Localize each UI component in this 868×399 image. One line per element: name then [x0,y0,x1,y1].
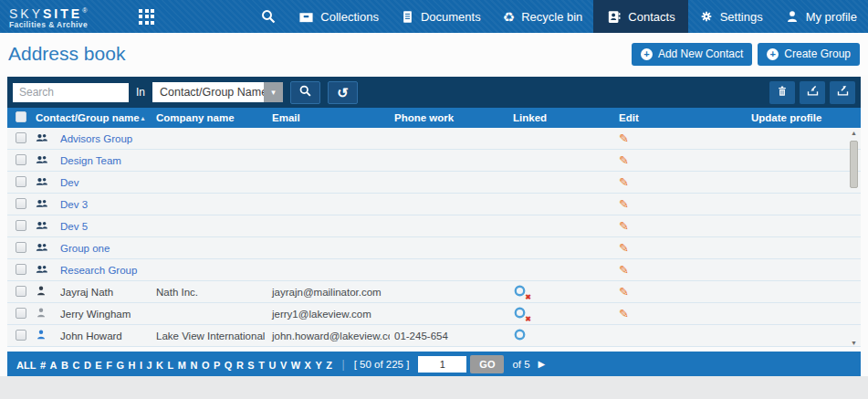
nav-search-button[interactable] [249,0,288,33]
edit-icon[interactable]: ✎ [619,264,629,276]
column-header-company-name[interactable]: Company name [152,112,267,123]
column-header-linked[interactable]: Linked [508,112,614,123]
linked-icon[interactable]: ✖ [513,284,528,299]
contact-name[interactable]: Jayraj Nath [51,287,152,298]
search-submit-button[interactable] [290,81,320,104]
nav-item-documents[interactable]: Documents [390,0,492,33]
alpha-filter-i[interactable]: I [140,360,142,371]
alpha-filter-g[interactable]: G [116,360,124,371]
nav-item-settings[interactable]: Settings [688,0,774,33]
row-checkbox[interactable] [16,330,26,341]
sort-asc-icon[interactable]: ▲ [140,115,146,121]
alpha-filter-f[interactable]: F [106,360,112,371]
alpha-filter-z[interactable]: Z [326,360,332,371]
column-header-phone-work[interactable]: Phone work [390,112,508,123]
alpha-filter-e[interactable]: E [95,360,101,371]
alpha-filter-#[interactable]: # [40,360,46,371]
linked-icon[interactable]: ✖ [513,306,528,320]
next-page-icon[interactable]: ▶ [539,359,546,369]
dropdown-caret-icon[interactable]: ▾ [264,82,283,102]
go-button[interactable]: GO [470,355,504,373]
contact-name[interactable]: Group one [51,243,152,254]
import-contacts-button[interactable] [800,81,825,104]
scroll-up-icon[interactable]: ▲ [848,130,860,136]
contact-name[interactable]: Dev [51,177,152,188]
edit-icon[interactable]: ✎ [619,286,629,298]
row-checkbox[interactable] [16,242,26,253]
row-checkbox[interactable] [16,154,26,165]
search-icon [260,8,277,25]
search-scope-select[interactable]: Contact/Group Name ▾ [152,82,283,102]
alpha-filter-o[interactable]: O [202,360,210,371]
alpha-filter-m[interactable]: M [178,360,186,371]
alpha-filter-r[interactable]: R [236,360,244,371]
edit-icon[interactable]: ✎ [619,198,629,210]
email: john.howard@lakeview.com [267,331,390,341]
row-checkbox[interactable] [16,286,26,297]
linked-icon[interactable] [513,328,528,342]
edit-icon[interactable]: ✎ [619,176,629,188]
button-label: Add New Contact [658,47,743,60]
alpha-filter-v[interactable]: V [280,360,287,371]
row-checkbox[interactable] [16,220,26,231]
column-header-contact-group-name[interactable]: Contact/Group name ▲ [31,112,152,123]
contact-name[interactable]: Dev 5 [51,221,152,232]
column-header-edit[interactable]: Edit [614,112,747,123]
plus-circle-icon: + [767,48,779,60]
edit-icon[interactable]: ✎ [619,132,629,144]
contact-name[interactable]: Research Group [51,265,152,276]
select-all-checkbox[interactable] [16,111,26,122]
row-checkbox[interactable] [16,176,26,187]
alpha-filter-x[interactable]: X [305,360,311,371]
alpha-filter-w[interactable]: W [291,360,300,371]
alpha-filter-l[interactable]: L [168,360,174,371]
alpha-filter-a[interactable]: A [50,360,58,371]
email: jayrajn@mailinator.com [267,287,390,298]
row-checkbox[interactable] [16,308,26,319]
vertical-scrollbar[interactable]: ▲ ▼ [848,130,860,346]
scrollbar-thumb[interactable] [850,141,858,188]
row-checkbox[interactable] [16,198,26,209]
alpha-filter-b[interactable]: B [61,360,68,371]
page-number-input[interactable] [418,356,466,373]
export-contacts-button[interactable] [830,81,855,104]
add-new-contact-button[interactable]: + Add New Contact [632,43,752,66]
edit-icon[interactable]: ✎ [619,154,629,166]
contact-name[interactable]: Design Team [51,155,152,166]
alpha-filter-c[interactable]: C [72,360,79,371]
nav-item-my-profile[interactable]: My profile [774,0,868,33]
delete-button[interactable] [769,81,795,104]
column-header-update-profile[interactable]: Update profile [747,112,861,123]
row-checkbox[interactable] [16,264,26,275]
edit-icon[interactable]: ✎ [619,308,629,320]
column-header-email[interactable]: Email [267,112,390,123]
alpha-filter-all[interactable]: ALL [16,360,36,371]
create-group-button[interactable]: + Create Group [758,43,860,66]
contact-name[interactable]: Advisors Group [51,133,152,144]
contact-name[interactable]: John Howard [51,331,152,341]
search-reset-button[interactable]: ↺ [328,81,358,104]
scroll-down-icon[interactable]: ▼ [848,340,860,346]
alpha-filter-j[interactable]: J [146,360,152,371]
alpha-filter-q[interactable]: Q [225,360,233,371]
contact-name[interactable]: Jerry Wingham [51,309,152,320]
nav-item-collections[interactable]: Collections [288,0,390,33]
group-icon [35,263,48,278]
alpha-filter-s[interactable]: S [247,360,254,371]
alpha-filter-t[interactable]: T [258,360,265,371]
alpha-filter-p[interactable]: P [214,360,220,371]
nav-item-recycle-bin[interactable]: ♻ Recycle bin [492,0,594,33]
apps-grid-icon[interactable] [139,9,154,25]
alpha-filter-d[interactable]: D [84,360,91,371]
alpha-filter-u[interactable]: U [268,360,276,371]
alpha-filter-n[interactable]: N [190,360,197,371]
contact-name[interactable]: Dev 3 [51,199,152,210]
alpha-filter-y[interactable]: Y [315,360,321,371]
alpha-filter-k[interactable]: K [156,360,163,371]
nav-item-contacts[interactable]: Contacts [593,0,687,33]
search-input[interactable] [13,83,129,102]
edit-icon[interactable]: ✎ [619,220,629,232]
edit-icon[interactable]: ✎ [619,242,629,254]
row-checkbox[interactable] [16,132,26,143]
alpha-filter-h[interactable]: H [128,360,135,371]
